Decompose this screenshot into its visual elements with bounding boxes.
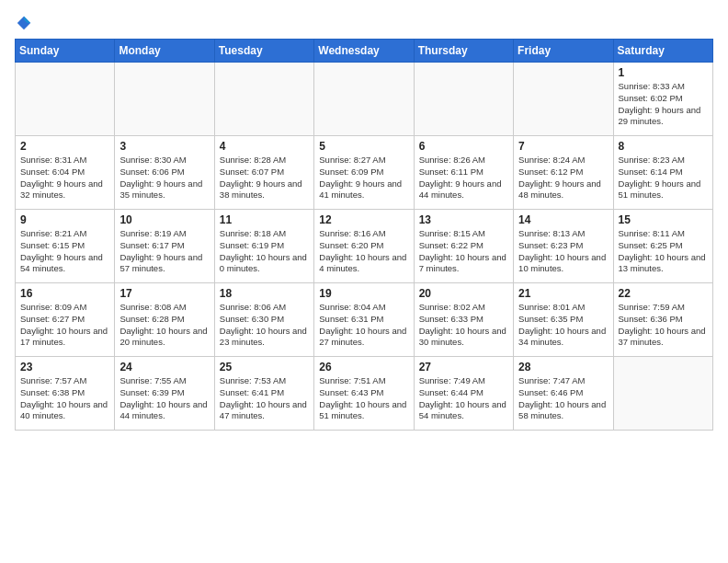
page-header	[15, 15, 713, 31]
day-number: 22	[619, 287, 708, 300]
calendar-cell: 3Sunrise: 8:30 AM Sunset: 6:06 PM Daylig…	[115, 136, 214, 210]
day-number: 8	[619, 140, 708, 153]
calendar-week-2: 2Sunrise: 8:31 AM Sunset: 6:04 PM Daylig…	[16, 136, 713, 210]
calendar-cell: 16Sunrise: 8:09 AM Sunset: 6:27 PM Dayli…	[16, 283, 115, 357]
calendar-cell: 2Sunrise: 8:31 AM Sunset: 6:04 PM Daylig…	[16, 136, 115, 210]
calendar-cell: 26Sunrise: 7:51 AM Sunset: 6:43 PM Dayli…	[314, 357, 414, 431]
day-number: 17	[119, 287, 209, 300]
day-number: 4	[220, 140, 309, 153]
day-number: 21	[518, 287, 608, 300]
day-info: Sunrise: 8:33 AM Sunset: 6:02 PM Dayligh…	[619, 81, 708, 128]
day-number: 5	[319, 140, 408, 153]
day-number: 10	[119, 213, 209, 226]
day-info: Sunrise: 8:21 AM Sunset: 6:15 PM Dayligh…	[20, 228, 109, 275]
day-info: Sunrise: 8:19 AM Sunset: 6:17 PM Dayligh…	[119, 228, 209, 275]
day-number: 3	[119, 140, 209, 153]
day-number: 20	[419, 287, 508, 300]
col-header-friday: Friday	[514, 40, 613, 63]
calendar-cell	[115, 63, 214, 136]
calendar-cell	[314, 63, 414, 136]
day-info: Sunrise: 7:53 AM Sunset: 6:41 PM Dayligh…	[220, 375, 309, 422]
calendar-cell: 5Sunrise: 8:27 AM Sunset: 6:09 PM Daylig…	[314, 136, 414, 210]
day-info: Sunrise: 8:13 AM Sunset: 6:23 PM Dayligh…	[518, 228, 608, 275]
calendar-week-5: 23Sunrise: 7:57 AM Sunset: 6:38 PM Dayli…	[16, 357, 713, 431]
day-number: 1	[619, 66, 708, 79]
calendar-cell: 7Sunrise: 8:24 AM Sunset: 6:12 PM Daylig…	[514, 136, 613, 210]
calendar-cell: 21Sunrise: 8:01 AM Sunset: 6:35 PM Dayli…	[514, 283, 613, 357]
day-info: Sunrise: 8:15 AM Sunset: 6:22 PM Dayligh…	[419, 228, 508, 275]
calendar-cell: 4Sunrise: 8:28 AM Sunset: 6:07 PM Daylig…	[214, 136, 313, 210]
day-info: Sunrise: 8:01 AM Sunset: 6:35 PM Dayligh…	[518, 302, 608, 349]
day-number: 26	[319, 361, 408, 373]
calendar-cell: 8Sunrise: 8:23 AM Sunset: 6:14 PM Daylig…	[613, 136, 712, 210]
day-number: 19	[319, 287, 408, 300]
calendar-table: SundayMondayTuesdayWednesdayThursdayFrid…	[15, 39, 713, 431]
calendar-cell: 6Sunrise: 8:26 AM Sunset: 6:11 PM Daylig…	[414, 136, 513, 210]
calendar-cell: 22Sunrise: 7:59 AM Sunset: 6:36 PM Dayli…	[613, 283, 712, 357]
day-number: 28	[518, 361, 608, 373]
day-number: 15	[619, 213, 708, 226]
day-number: 11	[220, 213, 309, 226]
day-info: Sunrise: 8:26 AM Sunset: 6:11 PM Dayligh…	[419, 155, 508, 201]
calendar-cell	[613, 357, 712, 431]
calendar-cell	[214, 63, 313, 136]
calendar-cell	[414, 63, 513, 136]
day-info: Sunrise: 8:08 AM Sunset: 6:28 PM Dayligh…	[119, 302, 209, 349]
logo	[15, 15, 33, 31]
day-info: Sunrise: 7:55 AM Sunset: 6:39 PM Dayligh…	[119, 375, 209, 422]
day-number: 18	[220, 287, 309, 300]
day-number: 7	[518, 140, 608, 153]
logo-icon	[16, 15, 32, 31]
day-info: Sunrise: 8:18 AM Sunset: 6:19 PM Dayligh…	[220, 228, 309, 275]
calendar-cell: 27Sunrise: 7:49 AM Sunset: 6:44 PM Dayli…	[414, 357, 513, 431]
col-header-sunday: Sunday	[16, 40, 115, 63]
day-number: 24	[119, 361, 209, 373]
calendar-week-3: 9Sunrise: 8:21 AM Sunset: 6:15 PM Daylig…	[16, 210, 713, 283]
calendar-cell	[16, 63, 115, 136]
calendar-cell	[514, 63, 613, 136]
calendar-week-1: 1Sunrise: 8:33 AM Sunset: 6:02 PM Daylig…	[16, 63, 713, 136]
day-info: Sunrise: 8:02 AM Sunset: 6:33 PM Dayligh…	[419, 302, 508, 349]
day-info: Sunrise: 7:59 AM Sunset: 6:36 PM Dayligh…	[619, 302, 708, 349]
col-header-tuesday: Tuesday	[214, 40, 313, 63]
calendar-cell: 13Sunrise: 8:15 AM Sunset: 6:22 PM Dayli…	[414, 210, 513, 283]
day-number: 2	[20, 140, 109, 153]
day-info: Sunrise: 8:24 AM Sunset: 6:12 PM Dayligh…	[518, 155, 608, 201]
day-number: 14	[518, 213, 608, 226]
calendar-cell: 17Sunrise: 8:08 AM Sunset: 6:28 PM Dayli…	[115, 283, 214, 357]
calendar-cell: 10Sunrise: 8:19 AM Sunset: 6:17 PM Dayli…	[115, 210, 214, 283]
calendar-cell: 15Sunrise: 8:11 AM Sunset: 6:25 PM Dayli…	[613, 210, 712, 283]
day-info: Sunrise: 7:57 AM Sunset: 6:38 PM Dayligh…	[20, 375, 109, 422]
calendar-cell: 25Sunrise: 7:53 AM Sunset: 6:41 PM Dayli…	[214, 357, 313, 431]
day-number: 9	[20, 213, 109, 226]
day-info: Sunrise: 8:09 AM Sunset: 6:27 PM Dayligh…	[20, 302, 109, 349]
day-number: 13	[419, 213, 508, 226]
day-number: 23	[20, 361, 109, 373]
day-info: Sunrise: 8:04 AM Sunset: 6:31 PM Dayligh…	[319, 302, 408, 349]
calendar-cell: 12Sunrise: 8:16 AM Sunset: 6:20 PM Dayli…	[314, 210, 414, 283]
calendar-cell: 23Sunrise: 7:57 AM Sunset: 6:38 PM Dayli…	[16, 357, 115, 431]
day-info: Sunrise: 8:28 AM Sunset: 6:07 PM Dayligh…	[220, 155, 309, 201]
calendar-cell: 24Sunrise: 7:55 AM Sunset: 6:39 PM Dayli…	[115, 357, 214, 431]
col-header-thursday: Thursday	[414, 40, 513, 63]
day-info: Sunrise: 8:06 AM Sunset: 6:30 PM Dayligh…	[220, 302, 309, 349]
calendar-week-4: 16Sunrise: 8:09 AM Sunset: 6:27 PM Dayli…	[16, 283, 713, 357]
calendar-header-row: SundayMondayTuesdayWednesdayThursdayFrid…	[16, 40, 713, 63]
calendar-cell: 20Sunrise: 8:02 AM Sunset: 6:33 PM Dayli…	[414, 283, 513, 357]
day-number: 27	[419, 361, 508, 373]
day-info: Sunrise: 8:27 AM Sunset: 6:09 PM Dayligh…	[319, 155, 408, 201]
day-number: 12	[319, 213, 408, 226]
day-number: 25	[220, 361, 309, 373]
col-header-saturday: Saturday	[613, 40, 712, 63]
day-number: 6	[419, 140, 508, 153]
day-info: Sunrise: 8:31 AM Sunset: 6:04 PM Dayligh…	[20, 155, 109, 201]
day-info: Sunrise: 7:49 AM Sunset: 6:44 PM Dayligh…	[419, 375, 508, 422]
day-info: Sunrise: 8:30 AM Sunset: 6:06 PM Dayligh…	[119, 155, 209, 201]
day-info: Sunrise: 8:16 AM Sunset: 6:20 PM Dayligh…	[319, 228, 408, 275]
calendar-cell: 28Sunrise: 7:47 AM Sunset: 6:46 PM Dayli…	[514, 357, 613, 431]
col-header-monday: Monday	[115, 40, 214, 63]
col-header-wednesday: Wednesday	[314, 40, 414, 63]
day-number: 16	[20, 287, 109, 300]
day-info: Sunrise: 8:11 AM Sunset: 6:25 PM Dayligh…	[619, 228, 708, 275]
day-info: Sunrise: 7:47 AM Sunset: 6:46 PM Dayligh…	[518, 375, 608, 422]
